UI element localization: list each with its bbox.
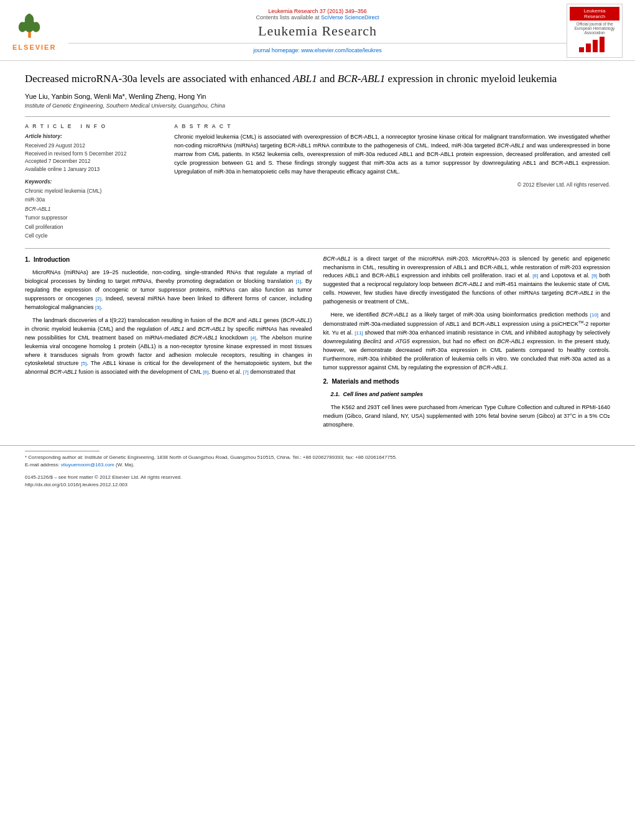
ref-3: [3] [95, 305, 101, 310]
keyword-5: Cell proliferation [25, 223, 162, 231]
ref-4: [4] [251, 335, 256, 341]
journal-logo-box: Leukemia Research Official journal of th… [567, 4, 623, 58]
ref-10: [10] [590, 312, 598, 318]
ref-1: [1] [295, 279, 301, 284]
ref-8: [8] [532, 273, 538, 279]
section-divider [25, 116, 610, 117]
article-info-header: A R T I C L E I N F O [25, 123, 162, 129]
section1-title: 1. Introduction [25, 255, 312, 265]
section2-1-title: 2.1. Cell lines and patient samples [323, 390, 611, 399]
svg-point-3 [32, 22, 40, 32]
svg-rect-8 [586, 44, 591, 52]
accepted-date: Accepted 7 December 2012 [25, 157, 162, 165]
elsevier-tree-icon [12, 11, 47, 42]
section2-title: 2. Materials and methods [323, 377, 611, 387]
received-date: Received 29 August 2012 [25, 142, 162, 150]
affiliation: Institute of Genetic Engineering, Southe… [25, 103, 610, 109]
body-right-col: BCR-ABL1 is a direct target of the micro… [323, 255, 611, 434]
elsevier-logo: ELSEVIER [12, 11, 68, 51]
keywords-label: Keywords: [25, 178, 162, 185]
logo-chart-icon [576, 35, 613, 53]
intro-para-1: MicroRNAs (miRNAs) are 19–25 nucleotide,… [25, 269, 312, 312]
keyword-1: Chronic myeloid leukemia (CML) [25, 187, 162, 195]
keyword-4: Tumor suppressor [25, 213, 162, 222]
homepage-link[interactable]: www.elsevier.com/locate/leukres [301, 47, 382, 53]
elsevier-wordmark: ELSEVIER [12, 44, 56, 51]
svg-rect-10 [600, 37, 605, 52]
logo-box-detail: Official journal of theEuropean Hematolo… [570, 22, 619, 35]
keyword-2: miR-30a [25, 195, 162, 204]
abstract-column: A B S T R A C T Chronic myeloid leukemia… [174, 123, 610, 241]
footnote-corresponding: * Corresponding author at: Institute of … [25, 454, 610, 461]
journal-title-banner: Leukemia Research [68, 23, 567, 39]
ref-11: [11] [355, 330, 363, 336]
footer: * Corresponding author at: Institute of … [0, 445, 635, 489]
intro-para-2: The landmark discoveries of a t(9;22) tr… [25, 316, 312, 377]
ref-6: [6] [203, 369, 208, 375]
homepage-info: journal homepage: www.elsevier.com/locat… [68, 47, 567, 53]
banner-divider [68, 43, 567, 44]
logo-box-title: Leukemia [584, 8, 606, 14]
issn-line: 0145-2126/$ – see front matter © 2012 El… [25, 474, 610, 481]
abstract-text: Chronic myeloid leukemia (CML) is associ… [174, 133, 610, 177]
article-title: Decreased microRNA-30a levels are associ… [25, 72, 610, 86]
keyword-3: BCR-ABL1 [25, 205, 162, 213]
ref-2: [2] [96, 296, 101, 302]
abstract-header: A B S T R A C T [174, 123, 610, 129]
banner-center: Leukemia Research 37 (2013) 349–356 Cont… [68, 8, 567, 53]
footer-bottom: 0145-2126/$ – see front matter © 2012 El… [25, 474, 610, 489]
body-section: 1. Introduction MicroRNAs (miRNAs) are 1… [25, 255, 610, 434]
journal-reference: Leukemia Research 37 (2013) 349–356 [68, 8, 567, 14]
keywords-list: Chronic myeloid leukemia (CML) miR-30a B… [25, 187, 162, 241]
authors: Yue Liu, Yanbin Song, Wenli Ma*, Wenling… [25, 93, 610, 100]
ref-5: [5] [81, 361, 86, 366]
logo-box-sub: Research [584, 14, 605, 19]
svg-point-5 [27, 14, 31, 17]
info-abstract-section: A R T I C L E I N F O Article history: R… [25, 123, 610, 241]
page: ELSEVIER Leukemia Research 37 (2013) 349… [0, 0, 635, 840]
body-left-col: 1. Introduction MicroRNAs (miRNAs) are 1… [25, 255, 312, 434]
svg-rect-6 [27, 17, 30, 22]
intro-para-3: BCR-ABL1 is a direct target of the micro… [323, 255, 611, 307]
available-date: Available online 1 January 2013 [25, 165, 162, 173]
top-banner: ELSEVIER Leukemia Research 37 (2013) 349… [0, 0, 635, 61]
sciverse-info: Contents lists available at SciVerse Sci… [68, 14, 567, 21]
keyword-6: Cell cycle [25, 231, 162, 240]
footnote-email: E-mail address: viluyuemoom@163.com (W. … [25, 461, 610, 469]
copyright: © 2012 Elsevier Ltd. All rights reserved… [174, 182, 610, 188]
article-history-label: Article history: [25, 133, 162, 139]
body-divider [25, 248, 610, 249]
email-link[interactable]: viluyuemoom@163.com [61, 462, 114, 468]
section2-1-text: The K562 and 293T cell lines were purcha… [323, 404, 611, 430]
intro-para-4: Here, we identified BCR-ABL1 as a likely… [323, 311, 611, 372]
svg-rect-9 [593, 40, 598, 52]
ref-9: [9] [591, 273, 597, 279]
article-info-column: A R T I C L E I N F O Article history: R… [25, 123, 162, 241]
revised-date: Received in revised form 5 December 2012 [25, 150, 162, 158]
ref-7: [7] [243, 369, 249, 375]
footnote-divider [25, 451, 100, 451]
svg-rect-7 [579, 47, 584, 52]
main-content: Decreased microRNA-30a levels are associ… [0, 61, 635, 440]
sciverse-link[interactable]: SciVerse ScienceDirect [321, 14, 379, 21]
svg-point-2 [19, 22, 27, 32]
doi-link[interactable]: http://dx.doi.org/10.1016/j.leukres.2012… [25, 481, 610, 489]
